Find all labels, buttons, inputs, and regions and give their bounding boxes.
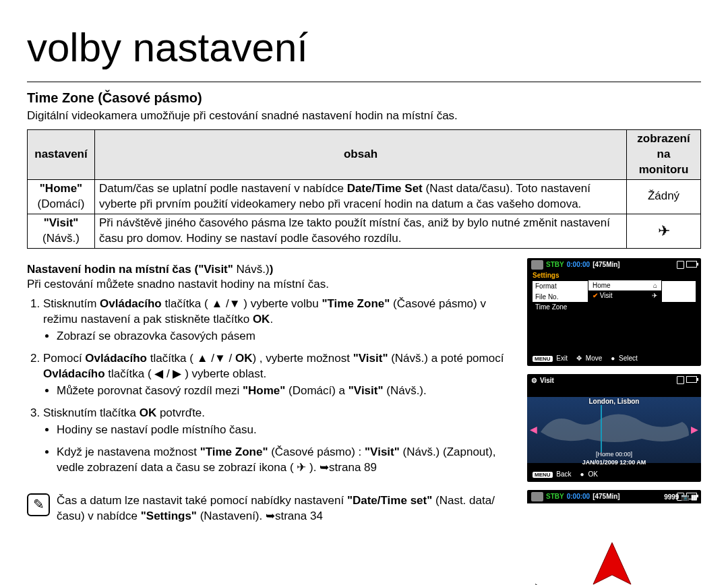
back-label: Back — [554, 470, 573, 478]
battery-icon — [686, 376, 697, 383]
row-display-icon: ✈ — [627, 214, 701, 248]
check-icon: ✔ — [593, 292, 598, 299]
remaining-min: [475Min] — [593, 260, 620, 270]
page-title: volby nastavení — [27, 20, 701, 75]
th-setting: nastavení — [28, 129, 95, 179]
row-setting-sub: (Domácí) — [38, 197, 85, 210]
world-map-icon — [534, 405, 694, 452]
map-info: [Home 00:00] JAN/01/2009 12:00 AM — [527, 450, 701, 466]
th-content: obsah — [95, 129, 627, 179]
note-row: ✎ Čas a datum lze nastavit také pomocí n… — [27, 493, 514, 524]
menu-button[interactable]: MENU — [533, 472, 553, 478]
rec-time: 0:00:00 — [567, 492, 590, 501]
sd-icon — [677, 376, 684, 384]
stby-label: STBY — [546, 492, 564, 501]
timezone-popup: Home⌂ ✔ Visit ✈ — [588, 280, 662, 302]
row-display: Žádný — [627, 179, 701, 214]
section-title: Time Zone (Časové pásmo) — [27, 89, 701, 107]
step1-bullet: Zobrazí se obrazovka časových pásem — [57, 329, 514, 344]
popup-visit[interactable]: ✔ Visit ✈ — [588, 290, 661, 301]
arrow-left-icon[interactable]: ◀ — [530, 423, 537, 436]
plane-clock-icon: ✈ — [658, 222, 670, 239]
step-1: Stisknutím Ovládacího tlačítka ( ▲ /▼ ) … — [43, 297, 514, 344]
plane-icon: ✈ — [533, 581, 541, 585]
popup-home[interactable]: Home⌂ — [588, 280, 661, 291]
section-intro: Digitální videokamera umožňuje při cesto… — [27, 109, 701, 124]
home-icon: ⌂ — [653, 281, 657, 290]
row-content: Při návštěvě jiného časového pásma lze t… — [95, 214, 627, 248]
step2-bullet: Můžete porovnat časový rozdíl mezi "Home… — [57, 383, 514, 399]
battery-icon — [686, 261, 697, 268]
camera-icon — [531, 492, 543, 501]
steps-list: Stisknutím Ovládacího tlačítka ( ▲ /▼ ) … — [43, 297, 514, 475]
screen-live: STBY 0:00:00 [475Min] 9999 📷 ▦ ✈ — [527, 490, 701, 586]
row-setting-bold: "Visit" — [44, 216, 79, 229]
camera-icon — [531, 260, 543, 270]
table-row: "Visit" (Návš.) Při návštěvě jiného časo… — [28, 214, 701, 248]
th-display: zobrazení na monitoru — [627, 129, 701, 179]
visit-title: Visit — [540, 376, 554, 386]
photo-count: 9999 📷 ▦ — [664, 493, 697, 502]
move-label: Move — [584, 355, 604, 362]
row-content: Datum/čas se uplatní podle nastavení v n… — [95, 179, 627, 214]
options-table: nastavení obsah zobrazení na monitoru "H… — [27, 129, 701, 249]
select-label: Select — [617, 355, 640, 362]
remaining-min: [475Min] — [593, 492, 620, 501]
stby-label: STBY — [546, 260, 564, 270]
red-arrow-icon — [592, 543, 632, 586]
live-view: ✈ — [527, 503, 701, 586]
row-setting-sub: (Návš.) — [42, 232, 80, 245]
plane-icon: ✈ — [297, 461, 306, 474]
step-3: Stisknutím tlačítka OK potvrďte. Hodiny … — [43, 406, 514, 476]
step-2: Pomocí Ovládacího tlačítka ( ▲ /▼ / OK) … — [43, 351, 514, 399]
menu-button[interactable]: MENU — [533, 356, 553, 362]
step3-bullet1: Hodiny se nastaví podle místního času. — [57, 423, 514, 438]
plane-icon-small: ✈ — [652, 291, 657, 301]
note-text: Čas a datum lze nastavit také pomocí nab… — [57, 493, 514, 524]
settings-tab: Settings — [527, 271, 701, 280]
arrow-right-icon[interactable]: ▶ — [691, 423, 698, 436]
rec-time: 0:00:00 — [567, 260, 590, 270]
exit-label: Exit — [554, 355, 570, 362]
menu-format[interactable]: Format — [535, 282, 581, 291]
row-setting-bold: "Home" — [40, 182, 82, 195]
separator — [27, 82, 701, 82]
menu-fileno[interactable]: File No. — [535, 292, 581, 302]
sd-icon — [677, 261, 684, 269]
svg-marker-1 — [593, 543, 631, 584]
note-icon: ✎ — [27, 493, 50, 516]
gear-icon: ⚙ — [531, 376, 537, 386]
screen-world-map: ⚙ Visit London, Lisbon ◀ ▶ [Home 00:00] … — [527, 374, 701, 482]
screen-settings-menu: STBY 0:00:00 [475Min] Settings Format Fi… — [527, 258, 701, 366]
menu-timezone[interactable]: Time Zone — [535, 303, 581, 312]
sub-heading: Nastavení hodin na místní čas ("Visit" N… — [27, 262, 514, 278]
step3-bullet2: Když je nastavena možnost "Time Zone" (Č… — [57, 445, 514, 476]
table-row: "Home" (Domácí) Datum/čas se uplatní pod… — [28, 179, 701, 214]
sub-desc: Při cestování můžete snadno nastavit hod… — [27, 277, 514, 292]
ok-label: OK — [586, 470, 599, 478]
